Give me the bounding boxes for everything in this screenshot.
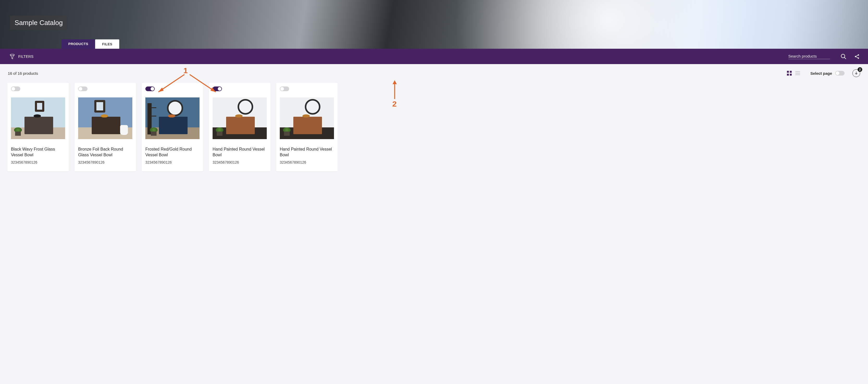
filter-bar: FILTERS: [0, 49, 868, 64]
search-icon[interactable]: [840, 54, 847, 60]
tabs: PRODUCTS FILES: [61, 39, 119, 49]
product-title: Hand Painted Round Vessel Bowl: [280, 147, 334, 158]
catalog-title: Sample Catalog: [10, 15, 67, 30]
svg-rect-11: [789, 74, 792, 75]
product-select-toggle[interactable]: [78, 87, 88, 91]
product-title: Frosted Red/Gold Round Vessel Bowl: [145, 147, 199, 158]
controls-row: 16 of 16 products Select page 2: [0, 64, 868, 80]
product-title: Black Wavy Frost Glass Vessel Bowl: [11, 147, 65, 158]
product-sku: 3234567890126: [78, 160, 132, 164]
product-select-toggle[interactable]: [145, 87, 155, 91]
search-field[interactable]: [788, 54, 830, 59]
product-sku: 3234567890126: [280, 160, 334, 164]
product-count: 16 of 16 products: [8, 71, 38, 75]
product-thumbnail: [11, 97, 65, 139]
product-sku: 3234567890126: [145, 160, 199, 164]
svg-rect-13: [795, 73, 800, 74]
select-page: Select page: [810, 71, 844, 75]
product-sku: 3234567890126: [213, 160, 267, 164]
product-thumbnail: [145, 97, 199, 139]
product-card[interactable]: Hand Painted Round Vessel Bowl3234567890…: [276, 83, 338, 171]
share-icon[interactable]: [854, 54, 860, 60]
download-button[interactable]: 2: [852, 69, 860, 77]
funnel-icon: [9, 54, 15, 59]
select-page-toggle[interactable]: [835, 71, 844, 75]
view-switch: [786, 70, 801, 76]
search-input[interactable]: [788, 54, 830, 58]
grid-view-icon[interactable]: [786, 70, 792, 76]
product-select-toggle[interactable]: [11, 87, 20, 91]
download-badge: 2: [858, 67, 862, 72]
filters-button[interactable]: FILTERS: [9, 54, 34, 59]
filters-label: FILTERS: [18, 55, 34, 59]
svg-line-7: [856, 57, 858, 58]
product-thumbnail: [78, 97, 132, 139]
product-card[interactable]: Frosted Red/Gold Round Vessel Bowl323456…: [142, 83, 203, 171]
svg-rect-9: [789, 71, 792, 73]
product-sku: 3234567890126: [11, 160, 65, 164]
product-card[interactable]: Hand Painted Round Vessel Bowl3234567890…: [209, 83, 270, 171]
product-grid: Black Wavy Frost Glass Vessel Bowl323456…: [0, 80, 868, 179]
svg-line-6: [856, 55, 858, 56]
product-title: Bronze Foil Back Round Glass Vessel Bowl: [78, 147, 132, 158]
tab-products[interactable]: PRODUCTS: [61, 39, 95, 49]
tab-files[interactable]: FILES: [95, 39, 119, 49]
product-card[interactable]: Bronze Foil Back Round Glass Vessel Bowl…: [74, 83, 136, 171]
list-view-icon[interactable]: [795, 70, 801, 76]
product-title: Hand Painted Round Vessel Bowl: [213, 147, 267, 158]
product-thumbnail: [280, 97, 334, 139]
product-select-toggle[interactable]: [213, 87, 222, 91]
product-select-toggle[interactable]: [280, 87, 289, 91]
svg-point-0: [10, 54, 14, 56]
svg-rect-12: [795, 71, 800, 72]
svg-rect-10: [787, 74, 788, 75]
svg-rect-14: [795, 74, 800, 75]
svg-rect-8: [787, 71, 788, 73]
product-card[interactable]: Black Wavy Frost Glass Vessel Bowl323456…: [7, 83, 69, 171]
product-thumbnail: [213, 97, 267, 139]
select-page-label: Select page: [810, 71, 832, 75]
svg-line-2: [844, 57, 846, 59]
download-icon: [854, 71, 858, 75]
hero-banner: Sample Catalog PRODUCTS FILES: [0, 0, 868, 49]
